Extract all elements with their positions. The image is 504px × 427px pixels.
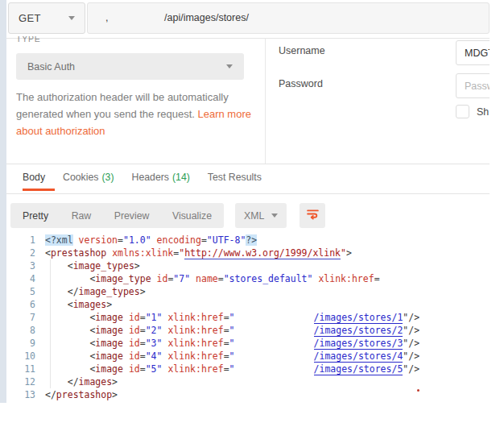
- code-token: ": [341, 247, 346, 259]
- show-password-checkbox[interactable]: [456, 105, 469, 118]
- code-token: [45, 350, 89, 362]
- code-token: "/>: [403, 363, 419, 375]
- tab-test-results[interactable]: Test Results: [208, 164, 262, 191]
- code-token: [151, 273, 157, 284]
- code-token: xlink:href: [167, 338, 223, 349]
- mode-preview[interactable]: Preview: [114, 210, 150, 222]
- tab-label: Test Results: [208, 172, 262, 183]
- code-token: id: [129, 363, 140, 375]
- code-token: [190, 273, 196, 284]
- code-line: 3 <image_types>: [0, 259, 490, 272]
- code-line-content: </images>: [45, 375, 118, 388]
- code-token: id: [129, 350, 140, 362]
- mode-raw[interactable]: Raw: [72, 210, 92, 222]
- code-token: "4": [146, 350, 163, 362]
- auth-help-body: The authorization header will be automat…: [16, 91, 229, 120]
- chevron-down-icon: [68, 16, 75, 20]
- line-number: 10: [0, 350, 35, 363]
- code-token: id: [157, 273, 168, 284]
- indent-guide: [50, 324, 51, 337]
- auth-type-value: Basic Auth: [27, 61, 75, 73]
- xlink-href-link[interactable]: /images/stores/5: [314, 363, 403, 375]
- auth-panel-divider: [265, 38, 266, 164]
- code-token: image_types: [79, 286, 140, 297]
- code-line: 8 <image id="2" xlink:href="/images/stor…: [0, 324, 490, 337]
- xlink-href-link[interactable]: /images/stores/2: [314, 325, 403, 337]
- xlink-href-link[interactable]: http://www.w3.org/1999/xlink: [184, 247, 341, 259]
- code-token: </: [68, 376, 79, 388]
- code-token: "stores_default": [224, 273, 313, 284]
- code-token: "3": [146, 338, 163, 349]
- code-token: id: [129, 312, 140, 323]
- tab-label: Body: [23, 172, 45, 183]
- code-line: 4 <image_type id="7" name="stores_defaul…: [0, 272, 490, 285]
- window-bottom-margin: [0, 403, 504, 427]
- code-token: xlink:href: [167, 312, 223, 323]
- code-token: =: [140, 312, 146, 323]
- line-number: 5: [0, 285, 35, 298]
- code-line-content: </image_types>: [45, 285, 146, 298]
- line-number: 9: [0, 337, 35, 350]
- code-line-content: <images>: [45, 298, 112, 311]
- language-value: XML: [244, 210, 264, 222]
- username-label: Username: [279, 45, 325, 56]
- code-token: xlink:href: [167, 350, 223, 362]
- line-number: 6: [0, 298, 35, 311]
- api-client-window: GET , /api/images/stores/ TYPE Basic Aut…: [0, 0, 504, 427]
- code-line: 7 <image id="1" xlink:href="/images/stor…: [0, 311, 490, 324]
- code-line-content: <image id="3" xlink:href="/images/stores…: [45, 337, 419, 350]
- method-select[interactable]: GET: [8, 2, 85, 34]
- code-token: =: [140, 363, 146, 375]
- indent-guide: [50, 298, 51, 311]
- code-line-content: <image id="1" xlink:href="/images/stores…: [45, 311, 419, 324]
- redacted-gap: [235, 359, 314, 359]
- code-line-content: <image_type id="7" name="stores_default"…: [45, 272, 380, 285]
- code-token: ": [229, 312, 235, 323]
- indent-guide: [50, 375, 51, 388]
- code-token: ": [229, 338, 235, 349]
- tab-cookies[interactable]: Cookies(3): [63, 164, 114, 191]
- url-comma-text: ,: [105, 12, 108, 23]
- code-token: "UTF-8": [207, 234, 246, 246]
- code-line: 13</prestashop>: [0, 388, 490, 401]
- indent-guide: [50, 259, 51, 272]
- code-token: id: [129, 325, 140, 336]
- indent-guide: [50, 272, 51, 285]
- code-editor[interactable]: 1<?xml version="1.0" encoding="UTF-8"?>2…: [0, 234, 490, 401]
- code-token: =: [140, 338, 146, 349]
- code-token: "/>: [403, 325, 419, 336]
- mode-pretty[interactable]: Pretty: [23, 210, 48, 222]
- mode-visualize[interactable]: Visualize: [172, 210, 212, 222]
- method-label: GET: [19, 12, 41, 24]
- xlink-href-link[interactable]: /images/stores/4: [314, 350, 403, 363]
- divider-tabs-bottom: [6, 193, 490, 194]
- code-token: "1.0": [123, 234, 151, 246]
- code-token: version: [79, 234, 118, 246]
- code-token: [123, 363, 129, 375]
- wrap-text-icon: [306, 207, 320, 224]
- auth-help-text: The authorization header will be automat…: [16, 89, 254, 139]
- code-token: =: [140, 350, 146, 362]
- code-token: image_types: [73, 260, 134, 272]
- xlink-href-link[interactable]: /images/stores/1: [314, 312, 403, 324]
- divider-top: [6, 38, 490, 39]
- code-token: </: [68, 286, 79, 297]
- code-token: [45, 260, 68, 272]
- code-line: 10 <image id="4" xlink:href="/images/sto…: [0, 350, 490, 363]
- code-token: [151, 234, 157, 246]
- show-password-label: Sh: [477, 106, 489, 118]
- code-token: [123, 338, 129, 349]
- code-token: image_type: [95, 273, 151, 284]
- tab-body[interactable]: Body: [23, 164, 45, 191]
- indent-guide: [50, 337, 51, 350]
- auth-type-select[interactable]: Basic Auth: [16, 53, 244, 80]
- wrap-lines-button[interactable]: [300, 203, 325, 228]
- code-token: =: [140, 325, 146, 336]
- url-input[interactable]: , /api/images/stores/: [87, 2, 490, 34]
- code-token: >: [134, 260, 140, 272]
- xlink-href-link[interactable]: /images/stores/3: [314, 338, 403, 350]
- line-number: 2: [0, 247, 35, 259]
- code-line-content: <image_types>: [45, 259, 140, 272]
- language-select[interactable]: XML: [235, 203, 287, 228]
- tab-headers[interactable]: Headers(14): [132, 164, 190, 191]
